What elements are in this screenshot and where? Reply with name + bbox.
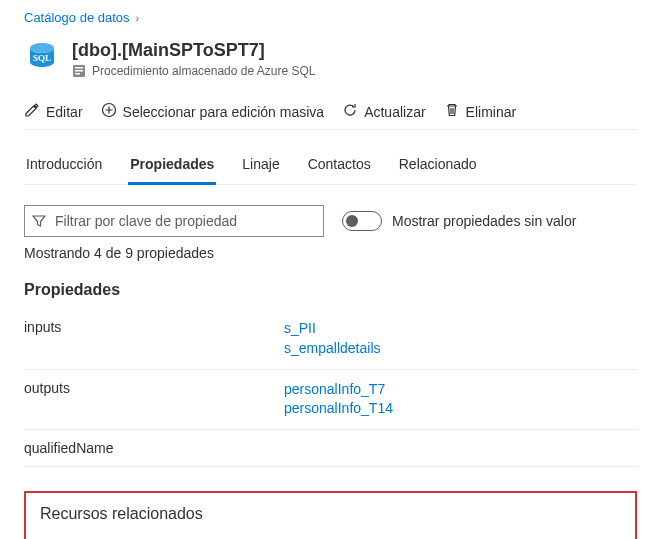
property-value: personalInfo_T7 personalInfo_T14 [284, 380, 637, 419]
related-section-title: Recursos relacionados [40, 505, 621, 523]
property-value-item[interactable]: s_PII [284, 319, 637, 339]
delete-label: Eliminar [466, 104, 517, 120]
property-row-inputs: inputs s_PII s_empalldetails [24, 309, 637, 369]
breadcrumb-root[interactable]: Catálogo de datos [24, 10, 130, 25]
related-resources-box: Recursos relacionados Runs [dbo].[MainSP… [24, 491, 637, 539]
toggle-switch-icon [342, 211, 382, 231]
toggle-label: Mostrar propiedades sin valor [392, 213, 576, 229]
page-subtitle: Procedimiento almacenado de Azure SQL [72, 64, 315, 78]
property-value-item[interactable]: s_empalldetails [284, 339, 637, 359]
property-row-qualifiedname: qualifiedName [24, 430, 637, 467]
svg-rect-4 [75, 70, 83, 72]
bulk-label: Seleccionar para edición masiva [123, 104, 325, 120]
filter-icon [32, 214, 46, 228]
subtitle-text: Procedimiento almacenado de Azure SQL [92, 64, 315, 78]
property-count: Mostrando 4 de 9 propiedades [24, 245, 637, 261]
page-header: SQL [dbo].[MainSPToSPT7] Procedimiento a… [24, 39, 637, 78]
property-key: qualifiedName [24, 440, 284, 456]
plus-circle-icon [101, 102, 117, 121]
sql-stored-procedure-icon: SQL [24, 39, 60, 75]
breadcrumb: Catálogo de datos › [24, 10, 637, 25]
svg-rect-3 [75, 67, 83, 69]
filter-input-wrap [24, 205, 324, 237]
tab-introduction[interactable]: Introducción [24, 150, 104, 185]
pencil-icon [24, 102, 40, 121]
property-row-outputs: outputs personalInfo_T7 personalInfo_T14 [24, 370, 637, 430]
svg-text:SQL: SQL [33, 53, 51, 63]
properties-section-title: Propiedades [24, 281, 637, 299]
edit-label: Editar [46, 104, 83, 120]
refresh-icon [342, 102, 358, 121]
edit-button[interactable]: Editar [24, 102, 83, 121]
property-value-item[interactable]: personalInfo_T7 [284, 380, 637, 400]
procedure-icon [72, 64, 86, 78]
delete-button[interactable]: Eliminar [444, 102, 517, 121]
filter-row: Mostrar propiedades sin valor [24, 205, 637, 237]
chevron-right-icon: › [136, 12, 140, 24]
tab-lineage[interactable]: Linaje [240, 150, 281, 185]
show-empty-toggle[interactable]: Mostrar propiedades sin valor [342, 211, 576, 231]
svg-rect-5 [75, 73, 80, 75]
bulk-select-button[interactable]: Seleccionar para edición masiva [101, 102, 325, 121]
trash-icon [444, 102, 460, 121]
toolbar: Editar Seleccionar para edición masiva A… [24, 96, 637, 130]
tab-properties[interactable]: Propiedades [128, 150, 216, 185]
tab-contacts[interactable]: Contactos [306, 150, 373, 185]
tab-related[interactable]: Relacionado [397, 150, 479, 185]
tabs: Introducción Propiedades Linaje Contacto… [24, 138, 637, 185]
refresh-button[interactable]: Actualizar [342, 102, 425, 121]
svg-point-0 [30, 43, 54, 53]
property-value-item[interactable]: personalInfo_T14 [284, 399, 637, 419]
filter-input[interactable] [24, 205, 324, 237]
property-value [284, 440, 637, 456]
property-value: s_PII s_empalldetails [284, 319, 637, 358]
page-title: [dbo].[MainSPToSPT7] [72, 39, 315, 62]
refresh-label: Actualizar [364, 104, 425, 120]
property-key: inputs [24, 319, 284, 358]
property-key: outputs [24, 380, 284, 419]
